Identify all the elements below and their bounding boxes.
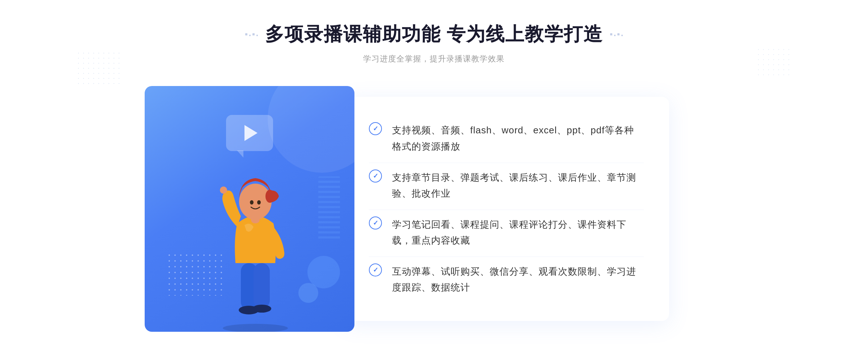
check-icon-2: ✓: [369, 169, 382, 183]
person-figure: [197, 144, 313, 332]
decorator-dot-7: [617, 33, 620, 35]
check-icon-3: ✓: [369, 216, 382, 229]
title-decorator-right: [610, 33, 623, 36]
decorator-dot-1: [245, 33, 247, 35]
decorator-dot-6: [614, 35, 616, 36]
main-title: 多项录播课辅助功能 专为线上教学打造: [265, 22, 603, 47]
stripe-deco-card: [318, 176, 340, 241]
feature-item-4: ✓ 互动弹幕、试听购买、微信分享、观看次数限制、学习进度跟踪、数据统计: [369, 257, 644, 302]
sub-title: 学习进度全掌握，提升录播课教学效果: [245, 53, 623, 64]
svg-rect-2: [254, 263, 270, 308]
check-icon-1: ✓: [369, 122, 382, 135]
feature-text-3: 学习笔记回看、课程提问、课程评论打分、课件资料下载，重点内容收藏: [392, 216, 644, 248]
feature-item-3: ✓ 学习笔记回看、课程提问、课程评论打分、课件资料下载，重点内容收藏: [369, 210, 644, 255]
bg-dots-top-right: [756, 47, 792, 76]
svg-point-8: [250, 200, 254, 205]
decorator-dot-5: [610, 33, 612, 35]
decorator-dot-4: [256, 35, 258, 36]
header-section: 多项录播课辅助功能 专为线上教学打造 学习进度全掌握，提升录播课教学效果: [245, 22, 623, 64]
check-mark-1: ✓: [373, 125, 378, 132]
title-decorator-left: [245, 33, 258, 36]
check-mark-2: ✓: [373, 173, 378, 179]
play-triangle-icon: [244, 125, 258, 141]
feature-item-1: ✓ 支持视频、音频、flash、word、excel、ppt、pdf等各种格式的…: [369, 116, 644, 160]
feature-text-2: 支持章节目录、弹题考试、课后练习、课后作业、章节测验、批改作业: [392, 169, 644, 201]
decorator-dot-8: [621, 35, 623, 36]
decorator-dot-2: [249, 35, 251, 36]
illustration-card: [145, 86, 354, 332]
bg-dots-top-left: [76, 51, 123, 87]
svg-point-4: [252, 305, 271, 313]
svg-point-10: [220, 186, 227, 194]
feature-text-4: 互动弹幕、试听购买、微信分享、观看次数限制、学习进度跟踪、数据统计: [392, 263, 644, 295]
svg-point-6: [239, 184, 272, 220]
title-row: 多项录播课辅助功能 专为线上教学打造: [245, 22, 623, 47]
decorator-dot-3: [252, 33, 255, 35]
check-icon-4: ✓: [369, 263, 382, 276]
feature-text-1: 支持视频、音频、flash、word、excel、ppt、pdf等各种格式的资源…: [392, 122, 644, 154]
feature-item-2: ✓ 支持章节目录、弹题考试、课后练习、课后作业、章节测验、批改作业: [369, 163, 644, 208]
svg-point-9: [257, 200, 261, 205]
features-panel: ✓ 支持视频、音频、flash、word、excel、ppt、pdf等各种格式的…: [344, 97, 669, 321]
svg-point-0: [223, 324, 288, 332]
content-area: »: [145, 86, 723, 332]
check-mark-3: ✓: [373, 220, 378, 226]
page-container: 多项录播课辅助功能 专为线上教学打造 学习进度全掌握，提升录播课教学效果 »: [0, 0, 868, 352]
check-mark-4: ✓: [373, 267, 378, 273]
